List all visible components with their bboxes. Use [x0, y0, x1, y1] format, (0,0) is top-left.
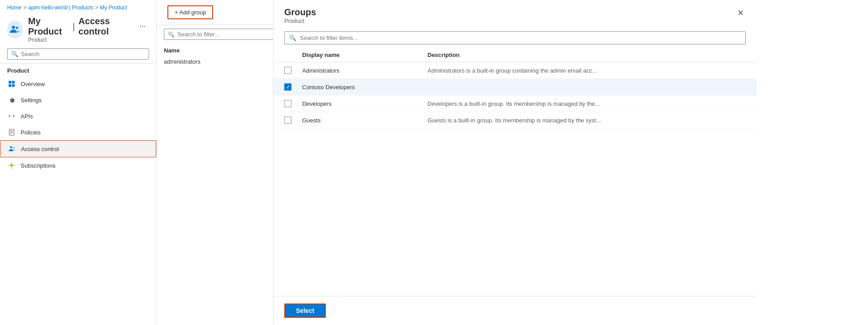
- group-desc-administrators: Administrators is a built-in group conta…: [428, 67, 746, 74]
- users-icon: [9, 24, 20, 35]
- groups-table-header: Display name Description: [274, 48, 757, 62]
- section-label: Product: [0, 63, 156, 76]
- table-row[interactable]: Guests Guests is a built-in group. Its m…: [274, 112, 757, 129]
- page-title: My Product | Access control ···: [28, 16, 149, 37]
- svg-point-10: [10, 146, 13, 148]
- group-name-guests: Guests: [302, 117, 428, 124]
- search-input[interactable]: [21, 51, 145, 57]
- select-button[interactable]: Select: [284, 303, 326, 318]
- svg-point-0: [12, 26, 15, 29]
- groups-title: Groups: [284, 7, 316, 17]
- groups-search-icon: 🔍: [289, 35, 296, 41]
- search-container: 🔍: [0, 48, 156, 63]
- checkbox-administrators[interactable]: [284, 67, 291, 74]
- sidebar-item-subscriptions-label: Subscriptions: [21, 162, 56, 169]
- page-subtitle: Product: [28, 37, 149, 43]
- group-name-developers: Developers: [302, 100, 428, 107]
- breadcrumb-product[interactable]: My Product: [100, 4, 127, 11]
- panel-header: Groups Product ✕: [274, 0, 757, 26]
- sidebar-item-access-control-label: Access control: [21, 146, 59, 152]
- filter-search-box: 🔍: [164, 29, 273, 40]
- breadcrumb-home[interactable]: Home: [7, 4, 21, 11]
- access-control-icon: [8, 144, 17, 153]
- main-panel: + Add group 🔍 Name administrators: [157, 0, 273, 325]
- sidebar-item-apis-label: APIs: [21, 113, 33, 120]
- panel-footer: Select: [274, 296, 757, 325]
- add-group-button[interactable]: + Add group: [167, 5, 213, 19]
- product-icon: [7, 21, 23, 39]
- left-panel: Home > apim-hello-world | Products > My …: [0, 0, 157, 325]
- sidebar-item-policies-label: Policies: [21, 129, 41, 136]
- settings-icon: [7, 95, 16, 104]
- sidebar-item-access-control[interactable]: Access control: [0, 140, 156, 157]
- page-header-text: My Product | Access control ··· Product: [28, 16, 149, 43]
- sidebar-item-overview[interactable]: Overview: [0, 76, 156, 92]
- filter-search-input[interactable]: [177, 31, 273, 38]
- search-icon: 🔍: [11, 51, 18, 57]
- checkbox-guests[interactable]: [284, 117, 291, 124]
- groups-search-box: 🔍: [284, 31, 746, 44]
- sidebar-item-subscriptions[interactable]: Subscriptions: [0, 157, 156, 173]
- table-row-administrators[interactable]: administrators: [157, 56, 273, 68]
- groups-search-container: 🔍: [274, 26, 757, 48]
- svg-rect-4: [9, 84, 11, 87]
- breadcrumb-apim[interactable]: apim-hello-world | Products: [28, 4, 93, 11]
- svg-rect-2: [9, 81, 11, 83]
- groups-table: Display name Description Administrators …: [274, 48, 757, 296]
- svg-point-1: [16, 27, 18, 29]
- filter-search-container: 🔍: [157, 25, 273, 43]
- subscriptions-icon: [7, 161, 16, 170]
- svg-rect-3: [12, 81, 15, 83]
- table-row[interactable]: Contoso Developers: [274, 79, 757, 95]
- display-name-header: Display name: [302, 52, 428, 58]
- name-column-header: Name: [157, 43, 273, 56]
- sidebar-item-policies[interactable]: Policies: [0, 124, 156, 140]
- svg-point-12: [10, 164, 13, 167]
- group-desc-developers: Developers is a built-in group. Its memb…: [428, 100, 746, 107]
- more-options-button[interactable]: ···: [136, 21, 149, 32]
- filter-search-icon: 🔍: [168, 31, 175, 38]
- main-toolbar: + Add group: [157, 0, 273, 25]
- groups-subtitle: Product: [284, 17, 316, 24]
- description-header: Description: [428, 52, 746, 58]
- page-header: My Product | Access control ··· Product: [0, 13, 156, 48]
- checkbox-developers[interactable]: [284, 100, 291, 107]
- overview-icon: [7, 79, 16, 88]
- checkbox-contoso-developers[interactable]: [284, 83, 291, 91]
- groups-search-input[interactable]: [300, 35, 741, 41]
- search-box: 🔍: [7, 48, 149, 60]
- table-row[interactable]: Developers Developers is a built-in grou…: [274, 95, 757, 112]
- sidebar-item-apis[interactable]: APIs: [0, 108, 156, 124]
- sidebar-item-settings-label: Settings: [21, 97, 42, 104]
- sidebar-item-settings[interactable]: Settings: [0, 92, 156, 108]
- sidebar-item-overview-label: Overview: [21, 81, 45, 87]
- policies-icon: [7, 128, 16, 137]
- right-panel: Groups Product ✕ 🔍 Display name Descript…: [273, 0, 757, 325]
- svg-point-11: [13, 147, 14, 148]
- breadcrumb: Home > apim-hello-world | Products > My …: [0, 0, 156, 13]
- group-name-administrators: Administrators: [302, 67, 428, 74]
- table-row[interactable]: Administrators Administrators is a built…: [274, 62, 757, 79]
- group-name-contoso-developers: Contoso Developers: [302, 84, 428, 91]
- apis-icon: [7, 112, 16, 121]
- close-button[interactable]: ✕: [735, 7, 746, 19]
- group-desc-guests: Guests is a built-in group. Its membersh…: [428, 117, 746, 124]
- svg-rect-5: [12, 84, 15, 87]
